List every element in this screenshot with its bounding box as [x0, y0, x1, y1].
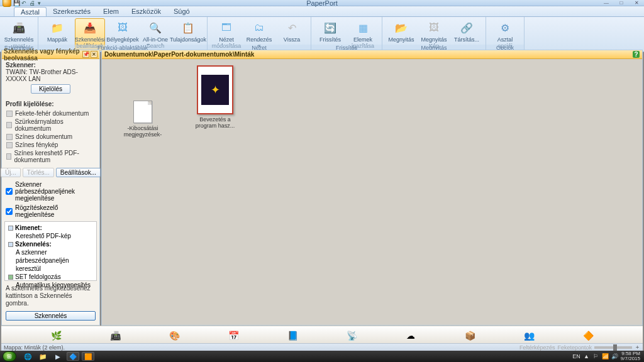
- panel-pin-icon[interactable]: 📌: [82, 51, 89, 58]
- select-scanner-button[interactable]: Kijelölés: [31, 84, 70, 94]
- profile-label: Színes kereshető PDF-dokumentum: [14, 150, 95, 163]
- menu-sugo[interactable]: Súgó: [167, 7, 196, 16]
- scan-heading: Szkennelés:: [15, 240, 52, 248]
- profile-label: Színes dokumentum: [15, 133, 72, 140]
- people-icon[interactable]: 👥: [522, 329, 536, 343]
- chk2-input[interactable]: [6, 208, 13, 215]
- profile-icon: [6, 111, 13, 117]
- paint-icon[interactable]: 🎨: [167, 329, 181, 343]
- properties-icon: 📋: [180, 20, 196, 35]
- thumb-graphic-icon: ✦: [211, 83, 220, 97]
- close-button[interactable]: ✕: [630, 0, 643, 6]
- profile-label: Szürkeárnyalatos dokumentum: [14, 118, 95, 132]
- maximize-button[interactable]: □: [615, 0, 628, 6]
- profile-icon: [6, 142, 13, 148]
- doc1-caption: -Kibocsátási megjegyzések-: [114, 125, 171, 138]
- main-menu: Asztal Szerkesztés Elem Eszközök Súgó: [0, 6, 644, 17]
- status-bar: Mappa: Minták (2 elem). Feltérképezés Fe…: [1, 343, 643, 351]
- profile-settings-button[interactable]: Beállítások...: [56, 168, 101, 177]
- set-label: SET feldolgozás: [15, 273, 61, 281]
- profile-label: Színes fénykép: [15, 141, 58, 148]
- minimize-button[interactable]: —: [600, 0, 613, 6]
- tray-network-icon[interactable]: 📶: [602, 353, 609, 360]
- arrow-icon: [8, 226, 13, 231]
- refresh-label: Frissítés: [319, 36, 341, 43]
- ftp-icon[interactable]: 📡: [345, 329, 358, 343]
- output-box: Kimenet: Kereshető PDF-kép Szkennelés: A…: [4, 221, 97, 281]
- profile-item[interactable]: Szürkeárnyalatos dokumentum: [4, 118, 97, 133]
- lang-indicator[interactable]: EN: [572, 353, 580, 359]
- profile-icon: [6, 153, 11, 160]
- desktop-options-icon: ⚙: [497, 20, 513, 35]
- tray-sound-icon[interactable]: 🔊: [611, 353, 618, 360]
- window-title: PaperPort: [0, 0, 644, 7]
- pair-label: Társítás...: [454, 36, 479, 43]
- tray-flag-icon[interactable]: ▲: [583, 353, 590, 360]
- evernote-icon[interactable]: 🌿: [49, 329, 63, 343]
- show-capture-manager-checkbox[interactable]: Rögzítéskezelő megjelenítése: [2, 203, 99, 219]
- back-label: Vissza: [284, 36, 300, 43]
- menu-asztal[interactable]: Asztal: [14, 7, 47, 16]
- profile-item[interactable]: Színes dokumentum: [4, 133, 97, 141]
- align-items-icon: ▦: [355, 20, 370, 35]
- folders-label: Mappák: [47, 36, 67, 43]
- taskbar-media-icon[interactable]: ▶: [52, 352, 64, 361]
- sort-icon: 🗂: [252, 20, 267, 35]
- doc2-caption: Bevezetés a program hasz...: [190, 116, 240, 129]
- help-icon[interactable]: ?: [633, 51, 640, 58]
- status-label-2: Feketepontok: [557, 344, 592, 351]
- app-icon[interactable]: 🔶: [581, 329, 595, 343]
- zoom-slider[interactable]: [594, 346, 632, 349]
- breadcrumb: Dokumentumok\PaperPort-dokumentumok\Mint…: [104, 51, 254, 58]
- arrow-icon2: [8, 242, 13, 247]
- start-button[interactable]: ⊞: [3, 351, 16, 361]
- view-edit-icon: 🗔: [219, 20, 234, 35]
- calendar-icon[interactable]: 📅: [226, 329, 240, 343]
- send-to-bar: 🌿📠🎨📅📘📡☁📦👥🔶: [1, 326, 643, 344]
- open-label: Megnyitás: [388, 36, 414, 43]
- folders-icon: 📁: [50, 20, 65, 35]
- open-imgview-icon: 🖼: [426, 20, 441, 35]
- tray-action-icon[interactable]: ⚐: [592, 353, 599, 360]
- profile-item[interactable]: Színes fénykép: [4, 141, 97, 149]
- chk1-input[interactable]: [6, 188, 13, 195]
- status-text: Mappa: Minták (2 elem).: [4, 344, 65, 351]
- delete-profile-button[interactable]: Törlés...: [23, 168, 54, 177]
- profile-item[interactable]: Fekete-fehér dokumentum: [4, 109, 97, 118]
- page-icon: [133, 101, 152, 123]
- scanner-label: Szkenner:: [6, 62, 36, 69]
- refresh-icon: 🔄: [323, 20, 338, 35]
- profile-item[interactable]: Színes kereshető PDF-dokumentum: [4, 149, 97, 164]
- thumbnails-icon: 🖼: [115, 20, 130, 35]
- document-item-1[interactable]: -Kibocsátási megjegyzések-: [114, 101, 171, 138]
- menu-elem[interactable]: Elem: [97, 7, 125, 16]
- chk1-label: Szkenner párbeszédpaneljének megjeleníté…: [15, 181, 96, 202]
- back-icon: ↶: [284, 20, 299, 35]
- profile-label: Fekete-fehér dokumentum: [15, 110, 89, 117]
- document-item-2[interactable]: ✦ Bevezetés a program hasz...: [190, 65, 240, 129]
- note-icon[interactable]: 📘: [286, 329, 299, 343]
- show-scanner-dialog-checkbox[interactable]: Szkenner párbeszédpaneljének megjeleníté…: [2, 180, 99, 203]
- scan-value: A szkenner párbeszédpaneljén keresztül: [8, 248, 93, 273]
- new-profile-button[interactable]: Új...: [1, 168, 21, 177]
- output-value: Kereshető PDF-kép: [8, 232, 93, 240]
- box-icon[interactable]: 📦: [463, 329, 477, 343]
- taskbar-explorer-icon[interactable]: 📁: [36, 352, 49, 361]
- scanner-icon[interactable]: 📠: [108, 329, 122, 343]
- open-icon: 📂: [394, 20, 409, 35]
- scan-button[interactable]: Szkennelés: [6, 311, 96, 321]
- menu-szerkesztes[interactable]: Szerkesztés: [47, 7, 97, 16]
- taskbar-ie-icon[interactable]: 🌐: [21, 352, 34, 361]
- tray-clock[interactable]: 9:58 PM 9/7/2015: [621, 351, 641, 361]
- profile-icon: [6, 122, 12, 128]
- taskbar-app1[interactable]: 🔷: [67, 352, 79, 361]
- taskbar-app2[interactable]: 🟧: [82, 352, 94, 361]
- scan-now-icon: 📠: [11, 20, 26, 35]
- panel-close-icon[interactable]: ✕: [91, 51, 97, 58]
- menu-eszkozok[interactable]: Eszközök: [125, 7, 167, 16]
- cloud-icon[interactable]: ☁: [404, 329, 418, 343]
- thumbnails-label: Bélyegképek: [106, 36, 139, 43]
- tray-date: 9/7/2015: [621, 356, 640, 361]
- scan-panel: Szkennelés vagy fénykép beolvasása 📌 ✕ S…: [1, 50, 100, 326]
- scan-instruction: A szkennelés megkezdéséhez kattintson a …: [2, 283, 99, 309]
